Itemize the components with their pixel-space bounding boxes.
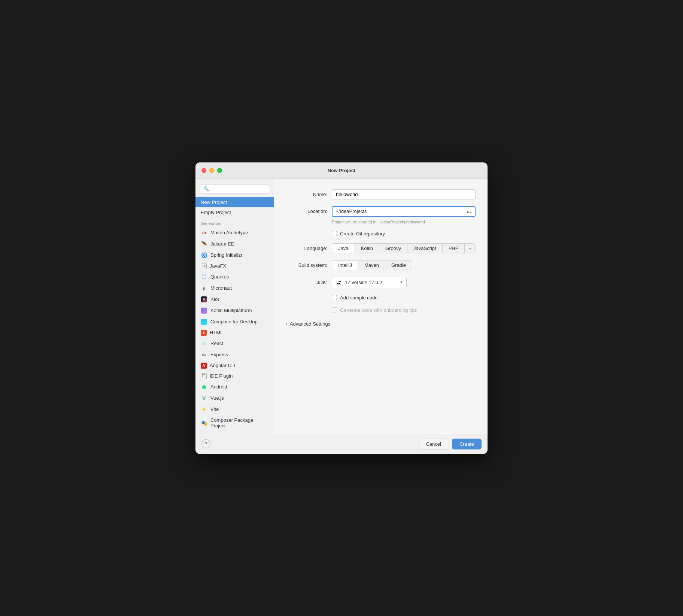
sidebar-item-ide[interactable]: ☐ IDE Plugin bbox=[195, 371, 274, 381]
chevron-down-icon: ▾ bbox=[400, 280, 403, 285]
help-button[interactable]: ? bbox=[201, 439, 210, 448]
generators-section-label: Generators bbox=[195, 217, 274, 227]
kotlin-mp-icon bbox=[201, 307, 207, 314]
sidebar-item-empty-project[interactable]: Empty Project bbox=[195, 207, 274, 217]
build-gradle-btn[interactable]: Gradle bbox=[385, 260, 412, 270]
build-maven-btn[interactable]: Maven bbox=[358, 260, 385, 270]
sidebar-item-label: Express bbox=[210, 352, 228, 357]
jdk-label: JDK: bbox=[286, 280, 327, 285]
sidebar-item-label: HTML bbox=[210, 330, 223, 335]
jdk-row: JDK: 🗂 17 version 17.0.2 ▾ bbox=[286, 277, 476, 288]
sidebar-item-label: Android bbox=[210, 384, 227, 390]
sidebar-item-jakarta[interactable]: 🪶 Jakarta EE bbox=[195, 238, 274, 250]
cancel-button[interactable]: Cancel bbox=[419, 439, 448, 449]
folder-icon[interactable]: 🗂 bbox=[467, 208, 472, 214]
sidebar-item-label: Vue.js bbox=[210, 395, 224, 401]
language-segment-group: Java Kotlin Groovy JavaScript PHP + bbox=[332, 243, 476, 253]
sidebar-item-vue[interactable]: V Vue.js bbox=[195, 393, 274, 404]
jdk-select[interactable]: 🗂 17 version 17.0.2 ▾ bbox=[332, 277, 407, 288]
compose-icon bbox=[201, 318, 207, 325]
sidebar-item-label: IDE Plugin bbox=[210, 373, 233, 379]
close-button[interactable] bbox=[201, 168, 206, 173]
search-icon: 🔍 bbox=[203, 186, 209, 191]
sidebar-item-kotlin-mp[interactable]: Kotlin Multiplatform bbox=[195, 305, 274, 316]
build-system-segment-group: IntelliJ Maven Gradle bbox=[332, 260, 412, 270]
angular-icon: A bbox=[201, 363, 207, 369]
sidebar-item-compose[interactable]: Compose for Desktop bbox=[195, 316, 274, 327]
sidebar-item-javafx[interactable]: FX JavaFX bbox=[195, 261, 274, 271]
add-sample-label: Add sample code bbox=[340, 295, 377, 301]
search-input-wrapper[interactable]: 🔍 bbox=[200, 184, 269, 193]
new-project-window: New Project 🔍 New Project Empty Project … bbox=[195, 162, 488, 454]
sidebar-item-label: React bbox=[210, 341, 223, 346]
jdk-value: 17 version 17.0.2 bbox=[345, 280, 397, 285]
sidebar-item-quarkus[interactable]: ⬡ Quarkus bbox=[195, 271, 274, 283]
location-hint: Project will be created in: ~/IdeaProjec… bbox=[332, 220, 476, 224]
sidebar-item-composer[interactable]: 🎭 Composer Package Project bbox=[195, 415, 274, 431]
language-java-btn[interactable]: Java bbox=[332, 244, 355, 253]
advanced-settings-toggle[interactable]: › Advanced Settings bbox=[286, 321, 330, 327]
sidebar-item-new-project[interactable]: New Project bbox=[195, 197, 274, 207]
sidebar-item-label: JavaFX bbox=[210, 263, 226, 269]
chevron-right-icon: › bbox=[286, 321, 288, 326]
search-input[interactable] bbox=[211, 186, 266, 192]
sample-code-row: Add sample code bbox=[332, 295, 476, 301]
name-label: Name: bbox=[286, 192, 327, 197]
titlebar: New Project bbox=[195, 162, 488, 179]
create-button[interactable]: Create bbox=[452, 439, 482, 449]
express-icon: ex bbox=[201, 351, 207, 358]
language-groovy-btn[interactable]: Groovy bbox=[379, 244, 407, 253]
add-sample-checkbox[interactable] bbox=[332, 295, 337, 300]
sidebar-item-label: Ktor bbox=[210, 296, 219, 302]
language-javascript-btn[interactable]: JavaScript bbox=[407, 244, 443, 253]
maven-icon: m bbox=[201, 229, 207, 236]
location-label: Location: bbox=[286, 208, 327, 214]
generate-tips-label: Generate code with onboarding tips bbox=[340, 307, 417, 313]
sidebar-item-micronaut[interactable]: μ Micronaut bbox=[195, 283, 274, 294]
language-php-btn[interactable]: PHP bbox=[443, 244, 465, 253]
sidebar-item-angular[interactable]: A Angular CLI bbox=[195, 360, 274, 371]
sidebar-item-ktor[interactable]: K Ktor bbox=[195, 294, 274, 305]
sidebar-item-maven[interactable]: m Maven Archetype bbox=[195, 227, 274, 238]
location-row: Location: 🗂 bbox=[286, 206, 476, 217]
build-system-row: Build system: IntelliJ Maven Gradle bbox=[286, 260, 476, 270]
sidebar-item-spring[interactable]: 🌀 Spring Initializr bbox=[195, 250, 274, 261]
build-intellij-btn[interactable]: IntelliJ bbox=[332, 260, 358, 270]
traffic-lights bbox=[201, 168, 222, 173]
sidebar-item-label: Vite bbox=[210, 406, 219, 412]
minimize-button[interactable] bbox=[209, 168, 214, 173]
main-panel: Name: Location: 🗂 Project will be create… bbox=[274, 179, 488, 434]
sidebar-item-label: Kotlin Multiplatform bbox=[210, 308, 252, 313]
sidebar-item-vite[interactable]: ⚡ Vite bbox=[195, 404, 274, 415]
sidebar-item-react[interactable]: ⚛ React bbox=[195, 338, 274, 349]
sidebar-item-label: Maven Archetype bbox=[210, 230, 248, 235]
ktor-icon: K bbox=[201, 296, 207, 303]
maximize-button[interactable] bbox=[217, 168, 222, 173]
micronaut-icon: μ bbox=[201, 285, 207, 292]
language-plus-btn[interactable]: + bbox=[465, 244, 475, 253]
spring-icon: 🌀 bbox=[201, 252, 207, 259]
sidebar-item-label: Spring Initializr bbox=[210, 252, 242, 258]
android-icon: ⬟ bbox=[201, 384, 207, 390]
location-input[interactable] bbox=[336, 208, 467, 214]
footer-left: ? bbox=[201, 439, 210, 448]
sidebar: 🔍 New Project Empty Project Generators m… bbox=[195, 179, 274, 434]
advanced-divider bbox=[333, 324, 476, 324]
sidebar-item-label: New Project bbox=[201, 199, 227, 205]
language-row: Language: Java Kotlin Groovy JavaScript … bbox=[286, 243, 476, 253]
create-git-checkbox[interactable] bbox=[332, 231, 337, 236]
sidebar-item-android[interactable]: ⬟ Android bbox=[195, 381, 274, 393]
create-git-label: Create Git repository bbox=[340, 231, 385, 237]
language-kotlin-btn[interactable]: Kotlin bbox=[355, 244, 380, 253]
react-icon: ⚛ bbox=[201, 340, 207, 347]
name-input[interactable] bbox=[332, 189, 476, 199]
sidebar-item-label: Compose for Desktop bbox=[210, 319, 258, 324]
footer: ? Cancel Create bbox=[195, 434, 488, 454]
javafx-icon: FX bbox=[201, 263, 207, 269]
sidebar-item-html[interactable]: 5 HTML bbox=[195, 327, 274, 338]
jakarta-icon: 🪶 bbox=[201, 241, 207, 247]
sidebar-item-express[interactable]: ex Express bbox=[195, 349, 274, 360]
generate-tips-checkbox[interactable] bbox=[332, 307, 337, 312]
git-checkbox-row: Create Git repository bbox=[332, 231, 476, 237]
sidebar-item-label: Composer Package Project bbox=[210, 417, 268, 429]
